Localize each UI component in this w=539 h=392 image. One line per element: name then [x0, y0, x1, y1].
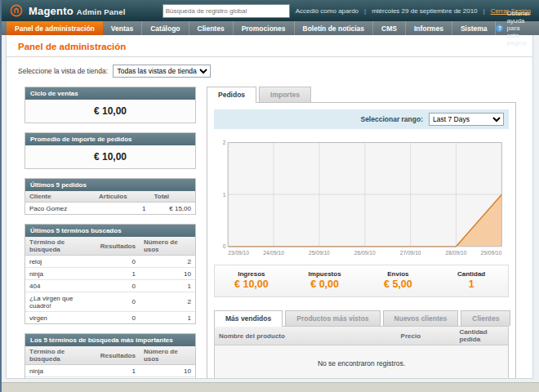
- range-bar: Seleccionar rango: Last 7 Days: [214, 109, 509, 129]
- table-cell: 10: [140, 365, 195, 377]
- svg-text:24/09/10: 24/09/10: [263, 250, 284, 256]
- table-cell: 2: [140, 292, 195, 312]
- table-row[interactable]: ninja110: [25, 268, 195, 280]
- total-cantidad: Cantidad1: [434, 270, 508, 290]
- table-row[interactable]: reloj02: [25, 256, 195, 268]
- products-grid-panel: Nombre del productoPrecioCantidad pedida…: [214, 326, 509, 379]
- nav-item-clientes[interactable]: Clientes: [189, 21, 234, 35]
- table-row[interactable]: Paco Gomez1€ 15,00: [25, 203, 195, 215]
- last-search-terms-title: Últimos 5 términos buscados: [25, 225, 195, 237]
- app-title: MagentoAdmin Panel: [29, 5, 126, 17]
- table-cell: 1: [95, 203, 150, 215]
- orders-area-chart: 23/09/1024/09/1025/09/1026/09/1027/09/10…: [216, 136, 507, 258]
- average-orders-box: Promedio de importe de pedidos € 10,00: [24, 132, 196, 169]
- page-help-link[interactable]: ? Obtener ayuda para esta página: [496, 21, 539, 35]
- magento-logo-icon: [10, 4, 23, 17]
- lifetime-sales-title: Ciclo de ventas: [25, 87, 195, 100]
- table-cell: 0: [96, 256, 140, 268]
- average-orders-title: Promedio de importe de pedidos: [25, 133, 195, 145]
- top-header: MagentoAdmin Panel Accedió como apardo |…: [0, 0, 539, 21]
- total-ingresos: Ingresos€ 10,00: [215, 270, 288, 290]
- table-cell: 1: [140, 312, 195, 324]
- table-cell: Paco Gomez: [25, 203, 95, 215]
- dashboard-main: PedidosImportes Seleccionar rango: Last …: [207, 87, 516, 379]
- table-row[interactable]: 40401: [25, 280, 195, 292]
- tab-productos-m-s-vistos[interactable]: Productos más vistos: [285, 310, 380, 326]
- footer-strip: [0, 382, 539, 392]
- last-orders-box: Últimos 5 pedidos ClienteArtículosTotalP…: [24, 178, 196, 215]
- column-header: Número de usos: [140, 237, 195, 256]
- last-search-terms-table: Término de búsquedaResultadosNúmero de u…: [25, 237, 195, 323]
- nav-item-promociones[interactable]: Promociones: [234, 21, 295, 35]
- table-cell: € 15,00: [150, 203, 196, 215]
- top-search-terms-box: Los 5 términos de búsqueda más important…: [24, 333, 196, 379]
- table-cell: 0: [96, 280, 140, 292]
- orders-chart-wrap: 23/09/1024/09/1025/09/1026/09/1027/09/10…: [214, 129, 509, 258]
- magento-admin-window: MagentoAdmin Panel Accedió como apardo |…: [0, 0, 539, 392]
- table-cell: 0: [96, 312, 140, 324]
- lifetime-sales-value: € 10,00: [25, 100, 195, 122]
- chart-tabs: PedidosImportes: [207, 87, 516, 102]
- tab-clientes[interactable]: Clientes: [461, 310, 510, 326]
- table-row[interactable]: reloj02: [25, 377, 195, 380]
- store-view-label: Seleccione la vista de tienda:: [18, 67, 108, 75]
- svg-text:23/09/10: 23/09/10: [228, 250, 249, 256]
- nav-item-panel-de-administraci-n[interactable]: Panel de administración: [7, 21, 103, 35]
- global-search-input[interactable]: [163, 4, 290, 18]
- nav-item-informes[interactable]: Informes: [406, 21, 452, 35]
- range-select[interactable]: Last 7 Days: [429, 113, 504, 126]
- table-cell: 1: [140, 280, 195, 292]
- window-edge: [0, 0, 2, 392]
- nav-item-cat-logo[interactable]: Catálogo: [142, 21, 189, 35]
- range-label: Seleccionar rango:: [360, 115, 423, 123]
- svg-text:29/09/10: 29/09/10: [481, 250, 502, 256]
- table-cell: 0: [96, 292, 140, 312]
- table-cell: ¿La virgen que cuadro!: [25, 292, 96, 312]
- tab-nuevos-clientes[interactable]: Nuevos clientes: [383, 310, 459, 326]
- total-value: € 5,00: [362, 278, 435, 290]
- table-cell: ninja: [25, 365, 96, 377]
- table-cell: ninja: [25, 268, 96, 280]
- tab-pedidos[interactable]: Pedidos: [207, 87, 256, 103]
- separator: |: [364, 7, 366, 15]
- store-view-select[interactable]: Todas las vistas de tienda: [113, 65, 211, 78]
- table-cell: 404: [25, 280, 96, 292]
- nav-item-ventas[interactable]: Ventas: [103, 21, 142, 35]
- bottom-tabs: Más vendidosProductos más vistosNuevos c…: [214, 310, 509, 326]
- column-header: Término de búsqueda: [25, 346, 96, 365]
- separator: |: [483, 7, 485, 15]
- total-label: Cantidad: [434, 270, 508, 278]
- average-orders-value: € 10,00: [25, 145, 195, 168]
- tab-m-s-vendidos[interactable]: Más vendidos: [214, 310, 283, 327]
- main-nav: Panel de administraciónVentasCatálogoCli…: [0, 21, 539, 35]
- table-cell: 2: [140, 256, 195, 268]
- table-row[interactable]: virgen01: [25, 312, 195, 324]
- column-header: Resultados: [96, 237, 140, 256]
- table-cell: 10: [140, 268, 195, 280]
- current-date: miércoles 29 de septiembre de 2010: [372, 7, 477, 15]
- total-value: 1: [434, 278, 508, 290]
- svg-text:1: 1: [223, 192, 226, 198]
- top-search-terms-table: Término de búsquedaResultadosNúmero de u…: [25, 346, 195, 379]
- sidebar-stats-column: Ciclo de ventas € 10,00 Promedio de impo…: [24, 87, 196, 379]
- total-value: € 0,00: [288, 278, 362, 290]
- total-env-os: Envíos€ 5,00: [362, 270, 435, 290]
- svg-text:27/09/10: 27/09/10: [400, 250, 421, 256]
- table-row[interactable]: ninja110: [25, 365, 195, 377]
- nav-item-bolet-n-de-noticias[interactable]: Boletín de noticias: [295, 21, 374, 35]
- nav-item-sistema[interactable]: Sistema: [452, 21, 497, 35]
- svg-text:28/09/10: 28/09/10: [446, 250, 467, 256]
- lifetime-sales-box: Ciclo de ventas € 10,00: [24, 87, 196, 123]
- products-grid: Nombre del productoPrecioCantidad pedida…: [215, 327, 508, 379]
- logged-in-as: Accedió como apardo: [296, 7, 359, 15]
- table-cell: reloj: [25, 256, 96, 268]
- table-row[interactable]: ¿La virgen que cuadro!02: [25, 292, 195, 312]
- table-cell: 1: [96, 365, 140, 377]
- chart-panel: Seleccionar rango: Last 7 Days 23/09/102…: [207, 102, 516, 379]
- tab-importes[interactable]: Importes: [259, 87, 311, 102]
- total-label: Ingresos: [215, 270, 288, 278]
- nav-item-cms[interactable]: CMS: [373, 21, 406, 35]
- svg-text:26/09/10: 26/09/10: [354, 250, 376, 256]
- content-area: Panel de administración Seleccione la vi…: [6, 35, 533, 379]
- total-impuestos: Impuestos€ 0,00: [288, 270, 362, 290]
